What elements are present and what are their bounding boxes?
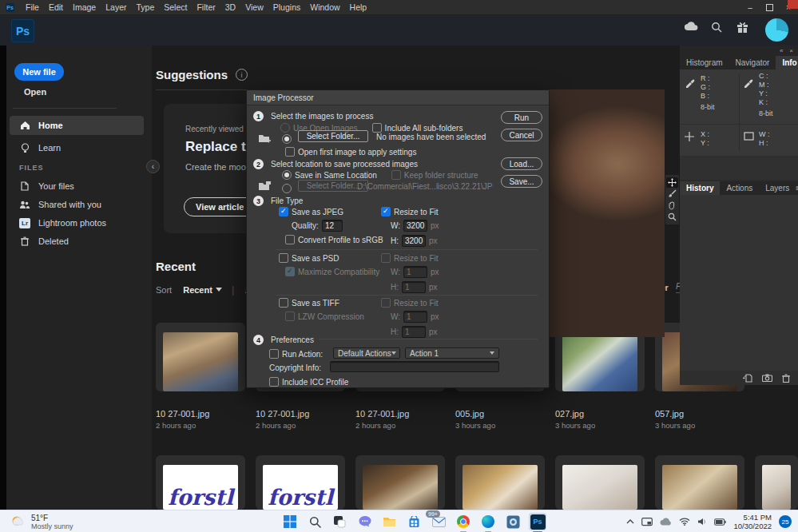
convert-srgb-checkbox[interactable] [285,235,295,244]
tab-actions[interactable]: Actions [720,181,759,195]
recent-tile[interactable]: forstl [156,455,245,510]
recent-tile[interactable] [755,455,798,510]
tab-info[interactable]: Info [776,56,798,69]
sidebar-item-learn[interactable]: Learn [10,138,144,157]
microsoft-store-icon[interactable] [405,513,423,530]
battery-icon[interactable] [714,518,726,526]
menu-layer[interactable]: Layer [101,1,131,14]
info-icon[interactable]: i [236,69,248,81]
sidebar-item-lightroom[interactable]: Lr Lightroom photos [10,213,144,232]
quality-input[interactable]: 12 [322,220,343,232]
save-same-location-radio[interactable] [282,170,292,180]
use-open-images-radio[interactable] [280,123,290,133]
file-explorer-icon[interactable] [380,513,398,530]
collapse-suggestions-button[interactable]: ‹ [146,160,160,173]
menu-select[interactable]: Select [159,1,192,14]
include-icc-checkbox[interactable] [269,377,279,387]
tiff-h-input[interactable]: 1 [402,326,426,338]
jpeg-w-input[interactable]: 3200 [403,220,427,232]
recent-file-label[interactable]: 10 27-001.jpg 2 hours ago [156,409,209,430]
maximize-compatibility-checkbox[interactable] [285,267,295,276]
recent-file-label[interactable]: 10 27-001.jpg 2 hours ago [355,409,409,430]
task-view-icon[interactable] [331,513,348,530]
onedrive-cloud-icon[interactable] [660,518,672,526]
recent-tile[interactable] [156,323,245,391]
save-as-jpeg-checkbox[interactable] [279,207,288,216]
tab-layers[interactable]: Layers [759,181,796,195]
recent-tile[interactable] [555,455,645,510]
taskbar-search-icon[interactable] [306,513,324,530]
new-file-button[interactable]: New file [14,63,64,81]
action-set-select[interactable]: Default Actions [333,347,400,359]
sidebar-item-deleted[interactable]: Deleted [10,232,144,251]
include-subfolders-checkbox[interactable] [372,123,382,133]
new-snapshot-camera-icon[interactable] [762,374,772,382]
recent-tile[interactable] [655,455,744,510]
recent-tile[interactable] [455,455,545,510]
save-to-folder-radio[interactable] [282,184,292,193]
psd-h-input[interactable]: 1 [402,281,426,293]
collapse-panels-icon[interactable]: « [780,47,783,54]
taskbar-clock[interactable]: 5:41 PM 10/30/2022 [733,513,772,530]
recent-tile[interactable] [355,455,445,510]
recent-file-label[interactable]: 057.jpg 3 hours ago [655,409,695,430]
hand-tool[interactable] [666,200,678,211]
tab-histogram[interactable]: Histogram [680,56,729,69]
sort-dropdown[interactable]: Recent [183,285,212,295]
dialog-title-bar[interactable]: Image Processor [247,90,549,105]
chrome-icon[interactable] [455,513,472,530]
move-tool[interactable] [666,177,678,188]
search-icon[interactable] [711,22,722,33]
brush-tool[interactable] [666,189,678,199]
teams-chat-icon[interactable] [355,513,373,530]
taskbar-weather-widget[interactable]: 51°F Mostly sunny [10,514,73,530]
tab-navigator[interactable]: Navigator [729,56,776,69]
menu-view[interactable]: View [240,1,268,14]
menu-filter[interactable]: Filter [192,1,220,14]
lzw-compression-checkbox[interactable] [285,312,295,321]
recent-file-label[interactable]: 10 27-001.jpg 2 hours ago [256,409,309,430]
menu-file[interactable]: File [21,1,44,14]
new-document-from-state-icon[interactable] [743,374,752,383]
sidebar-item-shared[interactable]: Shared with you [10,195,144,214]
psd-w-input[interactable]: 1 [403,266,427,278]
jpeg-resize-checkbox[interactable] [381,207,391,216]
minimize-button[interactable]: – [740,0,760,14]
recent-file-label[interactable]: 027.jpg 3 hours ago [555,409,595,430]
recent-tile[interactable]: forstl [256,455,345,510]
tray-chevron-icon[interactable] [626,519,634,524]
action-name-select[interactable]: Action 1 [405,347,499,359]
save-button[interactable]: Save... [501,175,542,188]
mail-icon[interactable]: 99+ [430,513,447,530]
wifi-icon[interactable] [679,518,690,526]
delete-state-trash-icon[interactable] [782,374,790,383]
volume-icon[interactable] [697,518,707,526]
keep-folder-structure-checkbox[interactable] [391,170,401,180]
recent-file-label[interactable]: 005.jpg 3 hours ago [455,409,495,430]
copyright-input[interactable] [330,361,499,372]
select-folder-button[interactable]: Select Folder... [298,130,368,142]
creative-cloud-icon[interactable] [504,513,522,530]
tab-history[interactable]: History [680,181,720,195]
tray-display-icon[interactable] [641,518,653,526]
tiff-w-input[interactable]: 1 [403,311,427,323]
menu-3d[interactable]: 3D [220,1,240,14]
start-button[interactable] [281,513,299,530]
menu-window[interactable]: Window [305,1,344,14]
zoom-tool[interactable] [666,212,678,222]
psd-resize-checkbox[interactable] [381,253,391,263]
open-button[interactable]: Open [24,87,46,97]
edge-icon[interactable] [479,513,497,530]
close-panel-icon[interactable]: × [789,47,793,54]
load-button[interactable]: Load... [501,157,542,170]
save-as-tiff-checkbox[interactable] [279,298,288,308]
maximize-button[interactable] [760,0,779,14]
whats-new-gift-icon[interactable] [736,22,748,33]
menu-help[interactable]: Help [345,1,372,14]
sidebar-item-home[interactable]: Home [10,116,144,135]
sidebar-item-your-files[interactable]: Your files [10,177,144,196]
cancel-button[interactable]: Cancel [501,129,542,141]
notification-badge[interactable]: 25 [779,515,792,528]
select-folder-radio[interactable] [282,134,292,144]
tiff-resize-checkbox[interactable] [381,298,391,308]
